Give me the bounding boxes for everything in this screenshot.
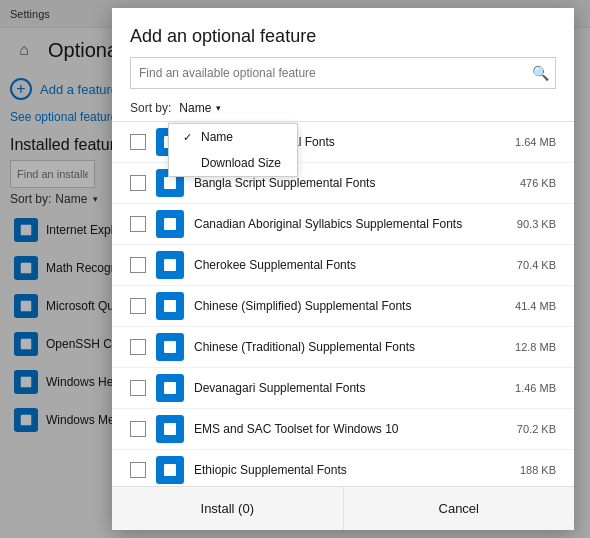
add-optional-feature-modal: Add an optional feature 🔍 Sort by: Name … bbox=[112, 8, 574, 530]
modal-search-bar: 🔍 bbox=[130, 57, 556, 89]
install-button[interactable]: Install (0) bbox=[112, 487, 343, 530]
sort-dropdown-menu: ✓ Name ✓ Download Size bbox=[168, 123, 298, 177]
feature-checkbox[interactable] bbox=[130, 380, 146, 396]
modal-sort-dropdown-button[interactable]: Name ▾ bbox=[175, 99, 225, 117]
feature-name: Chinese (Traditional) Supplemental Fonts bbox=[194, 340, 505, 354]
feature-icon bbox=[156, 456, 184, 484]
modal-sort-value: Name bbox=[179, 101, 211, 115]
modal-search-input[interactable] bbox=[131, 58, 525, 88]
svg-rect-14 bbox=[164, 464, 176, 476]
feature-item[interactable]: Chinese (Simplified) Supplemental Fonts … bbox=[112, 286, 574, 327]
feature-item[interactable]: EMS and SAC Toolset for Windows 10 70.2 … bbox=[112, 409, 574, 450]
feature-item[interactable]: Cherokee Supplemental Fonts 70.4 KB bbox=[112, 245, 574, 286]
feature-name: Canadian Aboriginal Syllabics Supplement… bbox=[194, 217, 507, 231]
modal-sort-label: Sort by: bbox=[130, 101, 171, 115]
svg-rect-13 bbox=[164, 423, 176, 435]
svg-rect-10 bbox=[164, 300, 176, 312]
check-icon: ✓ bbox=[183, 131, 195, 144]
svg-rect-12 bbox=[164, 382, 176, 394]
feature-size: 70.2 KB bbox=[517, 423, 556, 435]
feature-name: EMS and SAC Toolset for Windows 10 bbox=[194, 422, 507, 436]
feature-size: 41.4 MB bbox=[515, 300, 556, 312]
feature-size: 70.4 KB bbox=[517, 259, 556, 271]
feature-item[interactable]: Canadian Aboriginal Syllabics Supplement… bbox=[112, 204, 574, 245]
feature-icon bbox=[156, 292, 184, 320]
feature-icon bbox=[156, 374, 184, 402]
feature-checkbox[interactable] bbox=[130, 298, 146, 314]
feature-name: Ethiopic Supplemental Fonts bbox=[194, 463, 510, 477]
feature-name: Chinese (Simplified) Supplemental Fonts bbox=[194, 299, 505, 313]
feature-item[interactable]: Devanagari Supplemental Fonts 1.46 MB bbox=[112, 368, 574, 409]
sort-option-name-label: Name bbox=[201, 130, 233, 144]
feature-name: Devanagari Supplemental Fonts bbox=[194, 381, 505, 395]
sort-option-download-size[interactable]: ✓ Download Size bbox=[169, 150, 297, 176]
feature-name: Cherokee Supplemental Fonts bbox=[194, 258, 507, 272]
feature-icon bbox=[156, 415, 184, 443]
modal-footer: Install (0) Cancel bbox=[112, 486, 574, 530]
cancel-button[interactable]: Cancel bbox=[343, 487, 575, 530]
feature-checkbox[interactable] bbox=[130, 134, 146, 150]
feature-item[interactable]: Chinese (Traditional) Supplemental Fonts… bbox=[112, 327, 574, 368]
feature-size: 476 KB bbox=[520, 177, 556, 189]
feature-size: 1.46 MB bbox=[515, 382, 556, 394]
feature-checkbox[interactable] bbox=[130, 421, 146, 437]
modal-sort-row: Sort by: Name ▾ ✓ Name ✓ Download Size bbox=[112, 99, 574, 121]
feature-checkbox[interactable] bbox=[130, 257, 146, 273]
sort-chevron-icon: ▾ bbox=[216, 103, 221, 113]
svg-rect-9 bbox=[164, 259, 176, 271]
feature-size: 90.3 KB bbox=[517, 218, 556, 230]
feature-checkbox[interactable] bbox=[130, 462, 146, 478]
modal-title: Add an optional feature bbox=[112, 8, 574, 57]
search-icon: 🔍 bbox=[525, 58, 555, 88]
feature-icon bbox=[156, 333, 184, 361]
svg-rect-11 bbox=[164, 341, 176, 353]
svg-rect-8 bbox=[164, 218, 176, 230]
feature-item[interactable]: Ethiopic Supplemental Fonts 188 KB bbox=[112, 450, 574, 486]
feature-icon bbox=[156, 210, 184, 238]
feature-checkbox[interactable] bbox=[130, 216, 146, 232]
feature-checkbox[interactable] bbox=[130, 339, 146, 355]
sort-option-download-size-label: Download Size bbox=[201, 156, 281, 170]
feature-size: 12.8 MB bbox=[515, 341, 556, 353]
feature-size: 1.64 MB bbox=[515, 136, 556, 148]
feature-name: Bangla Script Supplemental Fonts bbox=[194, 176, 510, 190]
feature-checkbox[interactable] bbox=[130, 175, 146, 191]
feature-icon bbox=[156, 251, 184, 279]
feature-size: 188 KB bbox=[520, 464, 556, 476]
svg-rect-7 bbox=[164, 177, 176, 189]
sort-option-name[interactable]: ✓ Name bbox=[169, 124, 297, 150]
